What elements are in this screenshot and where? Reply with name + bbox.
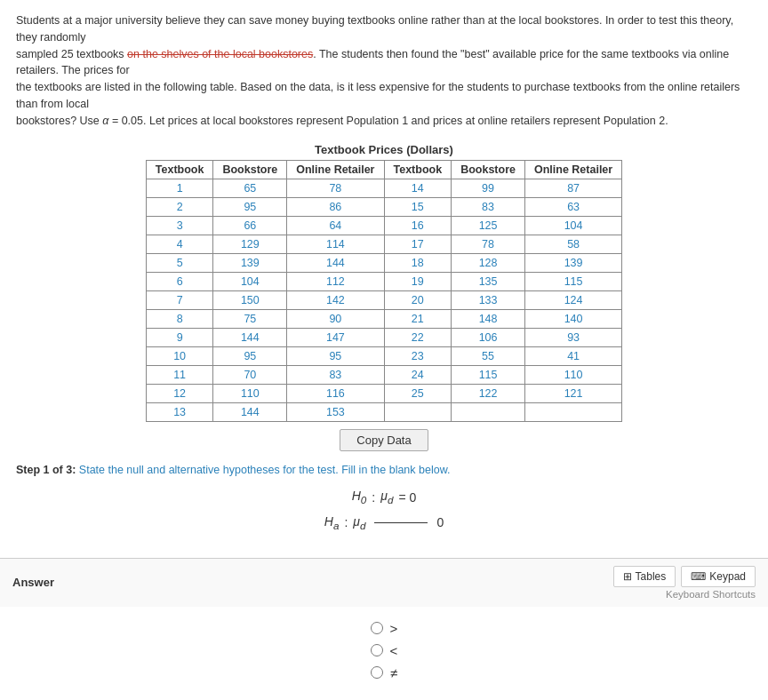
table-row: 13144153: [146, 403, 621, 422]
table-row: 610411219135115: [146, 273, 621, 291]
cell-r6-c1: 150: [213, 291, 287, 310]
radio-greater-than[interactable]: [371, 622, 383, 634]
option-not-equal[interactable]: ≠: [371, 665, 397, 680]
keyboard-shortcuts-link[interactable]: Keyboard Shortcuts: [666, 589, 756, 600]
cell-r0-c5: 87: [524, 179, 621, 198]
alt-h-label: Ha: [324, 514, 340, 531]
table-row: 109595235541: [146, 347, 621, 366]
cell-r2-c3: 16: [384, 217, 452, 235]
cell-r5-c1: 104: [213, 273, 287, 291]
cell-r6-c0: 7: [146, 291, 213, 310]
table-title: Textbook Prices (Dollars): [315, 143, 453, 156]
cell-r1-c2: 86: [287, 198, 384, 217]
cell-r4-c4: 128: [452, 254, 525, 273]
radio-not-equal[interactable]: [371, 666, 383, 679]
tables-icon: ⊞: [623, 570, 632, 583]
main-content: Students at a major university believe t…: [0, 0, 768, 549]
cell-r11-c4: 122: [452, 385, 525, 403]
intro-text-1: Students at a major university believe t…: [16, 14, 733, 44]
step-text: Step 1 of 3: State the null and alternat…: [16, 464, 752, 476]
copy-btn-row: Copy Data: [340, 429, 428, 451]
intro-text-2: sampled 25 textbooks on the shelves of t…: [16, 48, 729, 77]
cell-r9-c3: 23: [384, 347, 452, 366]
keypad-button[interactable]: ⌨ Keypad: [681, 566, 756, 587]
cell-r4-c5: 139: [524, 254, 621, 273]
table-row: 513914418128139: [146, 254, 621, 273]
cell-r11-c5: 121: [524, 385, 621, 403]
cell-r5-c2: 112: [287, 273, 384, 291]
option-less-than[interactable]: <: [371, 643, 398, 658]
option-not-equal-label: ≠: [390, 665, 397, 680]
answer-options: > < ≠: [0, 621, 768, 680]
hypotheses-section: H0 : μd = 0 Ha : μd 0: [16, 489, 752, 531]
cell-r4-c2: 144: [287, 254, 384, 273]
cell-r1-c5: 63: [524, 198, 621, 217]
cell-r11-c2: 116: [287, 385, 384, 403]
cell-r8-c5: 93: [524, 329, 621, 347]
table-header-row: Textbook Bookstore Online Retailer Textb…: [146, 161, 621, 179]
copy-data-button[interactable]: Copy Data: [340, 429, 428, 451]
col-header-bookstore1: Bookstore: [213, 161, 287, 179]
cell-r12-c2: 153: [287, 403, 384, 422]
cell-r4-c0: 5: [146, 254, 213, 273]
cell-r7-c4: 148: [452, 310, 525, 329]
null-equals: = 0: [398, 490, 416, 505]
cell-r10-c2: 83: [287, 366, 384, 385]
option-greater-than[interactable]: >: [371, 621, 398, 636]
cell-r8-c3: 22: [384, 329, 452, 347]
cell-r0-c3: 14: [384, 179, 452, 198]
data-table: Textbook Bookstore Online Retailer Textb…: [146, 160, 622, 422]
cell-r5-c4: 135: [452, 273, 525, 291]
alt-mu: μd: [353, 514, 365, 531]
col-header-online1: Online Retailer: [287, 161, 384, 179]
alt-colon: :: [344, 515, 348, 529]
table-row: 11708324115110: [146, 366, 621, 385]
col-header-textbook1: Textbook: [146, 161, 213, 179]
alt-zero: 0: [436, 515, 444, 529]
table-row: 8759021148140: [146, 310, 621, 329]
cell-r9-c4: 55: [452, 347, 525, 366]
cell-r9-c0: 10: [146, 347, 213, 366]
cell-r0-c0: 1: [146, 179, 213, 198]
cell-r9-c5: 41: [524, 347, 621, 366]
cell-r4-c3: 18: [384, 254, 452, 273]
tables-button[interactable]: ⊞ Tables: [613, 566, 676, 587]
null-colon: :: [372, 490, 375, 505]
cell-r12-c0: 13: [146, 403, 213, 422]
cell-r2-c2: 64: [287, 217, 384, 235]
toolbar-right: ⊞ Tables ⌨ Keypad Keyboard Shortcuts: [613, 566, 756, 600]
cell-r10-c4: 115: [452, 366, 525, 385]
cell-r6-c3: 20: [384, 291, 452, 310]
cell-r3-c1: 129: [213, 235, 287, 254]
table-row: 3666416125104: [146, 217, 621, 235]
step-description: State the null and alternative hypothese…: [79, 464, 451, 476]
cell-r9-c2: 95: [287, 347, 384, 366]
cell-r1-c4: 83: [452, 198, 525, 217]
radio-less-than[interactable]: [371, 644, 383, 656]
cell-r5-c0: 6: [146, 273, 213, 291]
cell-r10-c5: 110: [524, 366, 621, 385]
cell-r3-c4: 78: [452, 235, 525, 254]
cell-r12-c5: [524, 403, 621, 422]
cell-r5-c3: 19: [384, 273, 452, 291]
cell-r11-c1: 110: [213, 385, 287, 403]
cell-r7-c2: 90: [287, 310, 384, 329]
cell-r6-c5: 124: [524, 291, 621, 310]
table-row: 29586158363: [146, 198, 621, 217]
cell-r2-c5: 104: [524, 217, 621, 235]
cell-r10-c1: 70: [213, 366, 287, 385]
cell-r10-c3: 24: [384, 366, 452, 385]
cell-r12-c1: 144: [213, 403, 287, 422]
step-label: Step 1 of 3:: [16, 464, 76, 476]
cell-r6-c2: 142: [287, 291, 384, 310]
null-h-label: H0: [352, 489, 367, 505]
keypad-icon: ⌨: [691, 570, 706, 583]
intro-text-3: the textbooks are listed in the followin…: [16, 81, 740, 110]
cell-r0-c2: 78: [287, 179, 384, 198]
intro-paragraph: Students at a major university believe t…: [16, 12, 752, 129]
keypad-label: Keypad: [709, 570, 746, 583]
cell-r8-c0: 9: [146, 329, 213, 347]
cell-r7-c5: 140: [524, 310, 621, 329]
answer-bar: Answer ⊞ Tables ⌨ Keypad Keyboard Shortc…: [0, 558, 768, 607]
null-hypothesis-row: H0 : μd = 0: [352, 489, 417, 505]
